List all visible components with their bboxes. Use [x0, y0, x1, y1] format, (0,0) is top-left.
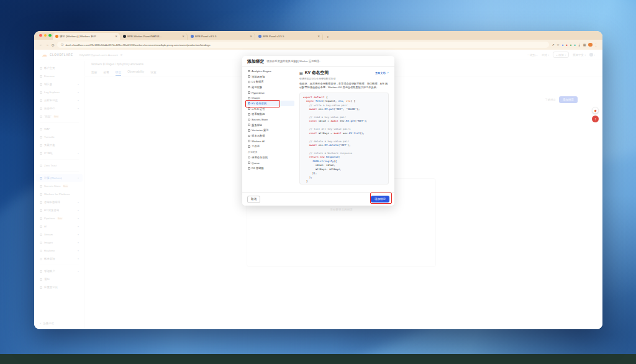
mtls-certificate-icon — [248, 107, 250, 110]
tab-close-icon[interactable]: ✕ — [115, 35, 117, 38]
site-info-icon[interactable]: ⓘ — [61, 43, 64, 47]
binding-type-mtls-certificate[interactable]: mTLS 证书 — [246, 106, 294, 112]
kv-namespace-icon — [248, 102, 250, 105]
tab-close-icon[interactable]: ✕ — [317, 35, 320, 38]
close-window-button[interactable] — [39, 34, 42, 37]
workflows-icon — [248, 145, 250, 148]
tab-close-icon[interactable]: ✕ — [250, 35, 252, 38]
images-icon — [248, 97, 250, 99]
floating-widgets: ◆ ! — [592, 107, 599, 122]
taskbar[interactable] — [0, 354, 636, 364]
cancel-button[interactable]: 取消 — [247, 196, 260, 203]
binding-type-d1-database[interactable]: D1 数据库 — [246, 79, 294, 84]
binding-type-label: 服务绑定 — [252, 124, 262, 127]
back-icon[interactable]: ← — [39, 43, 43, 47]
help-widget-button[interactable]: ◆ — [592, 107, 599, 114]
binding-type-vectorize-index[interactable]: Vectorize 索引 — [246, 128, 294, 134]
binding-type-label: Vectorize 索引 — [252, 129, 268, 132]
dispatch-namespace-icon — [248, 157, 250, 159]
binding-type-label: Hyperdrive — [252, 91, 265, 94]
binding-type-rate-limiter[interactable]: 速率限制器 — [246, 112, 294, 117]
detail-body-text: 低延迟、高容量的全局数据存储，非常适合存储配置数据、路由数据、A/B 测试配置和… — [299, 82, 389, 90]
browser-toolbar: ← → ⟳ ⓘ dash.cloudflare.com/29c188fc50dd… — [34, 40, 602, 50]
profile-avatar[interactable] — [588, 43, 593, 47]
browser-tab-bpb-panel-1[interactable]: BPB Panel v3.5.5✕ — [188, 33, 255, 40]
binding-type-images[interactable]: Images — [246, 95, 294, 101]
binding-type-kv-namespace[interactable]: KV 命名空间 — [246, 101, 294, 106]
browser-tab-cloudflare-dashboard[interactable]: 绑定 (Workers) | Workers 和 P✕ — [53, 33, 120, 40]
binding-type-label: KV 命名空间 — [252, 102, 266, 105]
binding-type-label: 调度命名空间 — [252, 156, 268, 159]
durable-objects-icon — [248, 86, 250, 89]
binding-detail-panel: ▤ KV 命名空间 查看文档 ↗ 创建绑定以访问全局键值数据存储 低延迟、高容量… — [297, 67, 394, 192]
binding-type-label: 耐用对象 — [252, 86, 262, 89]
binding-type-list: Analytics Engine浏览器呈现D1 数据库耐用对象Hyperdriv… — [242, 67, 297, 192]
binding-type-secrets-store[interactable]: Secrets Store — [246, 117, 294, 122]
bookmark-star-icon[interactable]: ☆ — [556, 43, 559, 47]
binding-type-label: 版本元数据 — [252, 134, 265, 137]
extension-teal-icon[interactable]: ● — [574, 43, 576, 47]
extension-blue-icon[interactable]: ● — [561, 43, 563, 47]
binding-type-label: Workers AI — [252, 140, 265, 143]
browser-rendering-icon — [248, 75, 250, 78]
binding-type-version-metadata[interactable]: 版本元数据 — [246, 133, 294, 139]
modal-title: 添加绑定 — [247, 58, 264, 65]
binding-type-hyperdrive[interactable]: Hyperdrive — [246, 90, 294, 96]
url-text: dash.cloudflare.com/29c188fc50dde8574c42… — [66, 43, 211, 47]
binding-type-label: R2 存储桶 — [252, 166, 264, 170]
extension-green-icon[interactable]: ● — [570, 43, 571, 47]
browser-tab-strip: 绑定 (Workers) | Workers 和 P✕BPB-Worker-Pa… — [34, 31, 602, 40]
binding-type-label: 速率限制器 — [252, 112, 265, 116]
code-line: } — [303, 184, 385, 184]
catalog-section-header: 发现更多 — [246, 149, 294, 155]
confirm-add-binding-button[interactable]: 添加绑定 — [371, 196, 389, 202]
cloudflare-favicon-icon — [55, 35, 58, 38]
extensions-puzzle-icon[interactable]: ▦ — [583, 43, 586, 47]
binding-type-label: 浏览器呈现 — [252, 75, 265, 78]
tab-title: BPB Panel v3.5.5 — [263, 35, 316, 38]
tab-close-icon[interactable]: ✕ — [182, 35, 184, 38]
binding-type-label: Analytics Engine — [252, 70, 271, 73]
download-icon[interactable]: ⭳ — [578, 43, 581, 47]
view-docs-link[interactable]: 查看文档 ↗ — [375, 71, 389, 75]
modal-body: Analytics Engine浏览器呈现D1 数据库耐用对象Hyperdriv… — [242, 67, 394, 192]
extension-red-icon[interactable]: ● — [566, 43, 568, 47]
window-controls — [39, 34, 52, 37]
share-icon[interactable]: ↗ — [552, 43, 554, 47]
binding-type-durable-objects[interactable]: 耐用对象 — [246, 84, 294, 90]
minimize-window-button[interactable] — [44, 34, 47, 37]
binding-type-browser-rendering[interactable]: 浏览器呈现 — [246, 74, 294, 80]
hyperdrive-icon — [248, 91, 250, 94]
analytics-engine-icon — [248, 70, 250, 73]
vectorize-index-icon — [248, 129, 250, 132]
menu-icon[interactable]: ⋮ — [594, 43, 597, 47]
version-metadata-icon — [248, 135, 250, 137]
new-tab-button[interactable]: + — [327, 35, 329, 39]
binding-type-r2-bucket[interactable]: R2 存储桶 — [246, 165, 294, 171]
binding-type-analytics-engine[interactable]: Analytics Engine — [246, 68, 294, 74]
maximize-window-button[interactable] — [48, 34, 52, 37]
detail-title: KV 命名空间 — [305, 70, 329, 76]
r2-bucket-icon — [248, 167, 250, 170]
binding-type-label: Secrets Store — [252, 118, 268, 121]
workers-ai-icon — [248, 140, 250, 142]
binding-type-workflows[interactable]: 工作流 — [246, 144, 294, 150]
browser-tab-bpb-panel-2[interactable]: BPB Panel v3.5.5✕ — [256, 33, 323, 40]
address-bar[interactable]: ⓘ dash.cloudflare.com/29c188fc50dde8574c… — [57, 42, 549, 48]
reload-icon[interactable]: ⟳ — [52, 43, 55, 47]
binding-type-dispatch-namespace[interactable]: 调度命名空间 — [246, 155, 294, 160]
forward-icon[interactable]: → — [45, 43, 49, 47]
binding-type-label: mTLS 证书 — [252, 107, 265, 111]
browser-tab-github-repo[interactable]: BPB-Worker-Panel/NAT64…✕ — [120, 33, 188, 40]
binding-type-service-binding[interactable]: 服务绑定 — [246, 122, 294, 128]
bpb-favicon-icon — [258, 35, 261, 38]
rate-limiter-icon — [248, 113, 250, 116]
binding-type-workers-ai[interactable]: Workers AI — [246, 139, 294, 144]
binding-type-queue[interactable]: Queue — [246, 160, 294, 166]
tab-title: 绑定 (Workers) | Workers 和 P — [60, 35, 114, 38]
browser-tabs: 绑定 (Workers) | Workers 和 P✕BPB-Worker-Pa… — [53, 33, 329, 40]
code-sample: export default { async fetch(request, en… — [299, 93, 389, 184]
kv-icon: ▤ — [299, 71, 303, 75]
feedback-widget-button[interactable]: ! — [592, 116, 599, 122]
modal-description: 添加外部资源并将其连接到 Worker 应用程序。 — [266, 60, 322, 63]
